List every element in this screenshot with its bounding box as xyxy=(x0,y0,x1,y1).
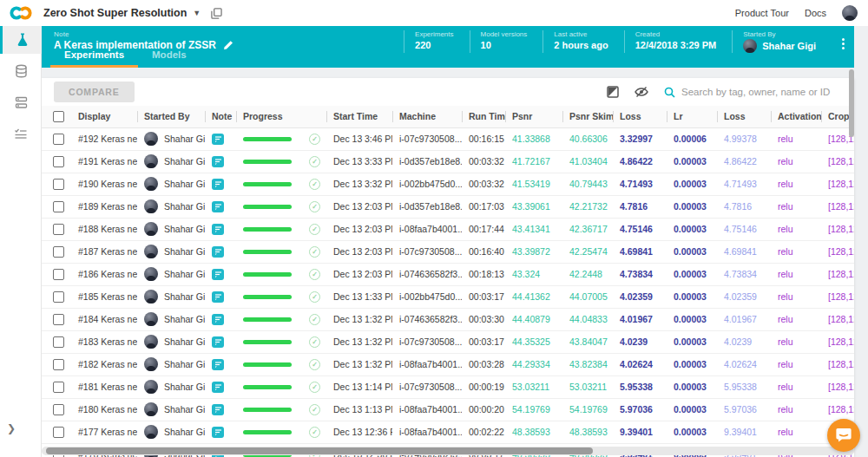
experiment-row[interactable]: #187 Keras ne... Shahar Gigi ✓ Dec 132:0… xyxy=(42,240,854,263)
experiment-display-name[interactable]: #188 Keras ne... xyxy=(71,218,137,240)
row-owner-avatar xyxy=(144,290,158,304)
param-lr: 0.00003 xyxy=(667,263,717,285)
sidebar-expand-chevron-icon[interactable]: ❯ xyxy=(7,422,16,434)
row-checkbox[interactable] xyxy=(42,195,71,218)
experiment-display-name[interactable]: #189 Keras ne... xyxy=(71,195,137,218)
row-checkbox[interactable] xyxy=(42,173,71,195)
note-icon[interactable] xyxy=(212,179,224,190)
row-checkbox[interactable] xyxy=(42,150,71,173)
experiment-row[interactable]: #188 Keras ne... Shahar Gigi ✓ Dec 132:0… xyxy=(42,218,854,240)
note-icon[interactable] xyxy=(212,224,224,235)
column-header-progress[interactable]: Progress xyxy=(236,106,326,127)
experiment-row[interactable]: #184 Keras ne... Shahar Gigi ✓ Dec 131:3… xyxy=(42,308,854,330)
row-checkbox[interactable] xyxy=(42,127,71,150)
row-checkbox[interactable] xyxy=(42,330,71,353)
metric-loss: 4.71493 xyxy=(613,173,667,195)
experiment-row[interactable]: #181 Keras ne... Shahar Gigi ✓ Dec 131:1… xyxy=(42,375,854,398)
note-icon[interactable] xyxy=(212,269,224,280)
row-checkbox[interactable] xyxy=(42,285,71,308)
row-checkbox[interactable] xyxy=(42,353,71,375)
experiment-display-name[interactable]: #187 Keras ne... xyxy=(71,240,137,263)
column-header-loss[interactable]: Loss xyxy=(613,106,667,127)
experiment-display-name[interactable]: #184 Keras ne... xyxy=(71,308,137,330)
param-crop: [128,128] xyxy=(821,195,854,218)
param-activation: relu xyxy=(771,308,821,330)
note-icon[interactable] xyxy=(212,201,224,212)
search-input[interactable] xyxy=(681,87,838,97)
column-header-loss-2[interactable]: Loss xyxy=(717,106,771,127)
row-checkbox[interactable] xyxy=(42,421,71,443)
experiment-row[interactable]: #191 Keras ne... Shahar Gigi ✓ Dec 133:3… xyxy=(42,150,854,173)
column-header-display[interactable]: Display xyxy=(71,106,137,127)
docs-link[interactable]: Docs xyxy=(805,8,826,18)
project-dropdown-caret-icon[interactable]: ▼ xyxy=(193,9,201,17)
row-checkbox[interactable] xyxy=(42,218,71,240)
column-header-psnr[interactable]: Psnr xyxy=(505,106,562,127)
column-header-start-time[interactable]: Start Time xyxy=(326,106,392,127)
sidebar-item-datasets[interactable] xyxy=(0,57,42,85)
experiment-row[interactable]: #189 Keras ne... Shahar Gigi ✓ Dec 132:0… xyxy=(42,195,854,218)
row-checkbox[interactable] xyxy=(42,375,71,398)
note-icon[interactable] xyxy=(212,156,224,167)
experiment-row[interactable]: #183 Keras ne... Shahar Gigi ✓ Dec 131:3… xyxy=(42,330,854,353)
tab-experiments[interactable]: Experiments xyxy=(50,49,138,68)
intercom-chat-button[interactable] xyxy=(827,419,860,452)
experiment-display-name[interactable]: #182 Keras ne... xyxy=(71,353,137,375)
compare-button[interactable]: COMPARE xyxy=(54,82,135,102)
project-menu-kebab-icon[interactable] xyxy=(837,38,849,49)
column-header-psnr-skim[interactable]: Psnr Skim... xyxy=(562,106,613,127)
note-icon[interactable] xyxy=(212,291,224,303)
horizontal-scrollbar[interactable] xyxy=(42,447,854,455)
experiment-display-name[interactable]: #183 Keras ne... xyxy=(71,330,137,353)
experiment-display-name[interactable]: #180 Keras ne... xyxy=(71,398,137,421)
experiment-row[interactable]: #185 Keras ne... Shahar Gigi ✓ Dec 131:3… xyxy=(42,285,854,308)
experiment-row[interactable]: #182 Keras ne... Shahar Gigi ✓ Dec 131:3… xyxy=(42,353,854,375)
experiment-display-name[interactable]: #191 Keras ne... xyxy=(71,150,137,173)
column-header-run-time[interactable]: Run Time xyxy=(462,106,505,127)
row-checkbox[interactable] xyxy=(42,263,71,285)
comet-logo[interactable] xyxy=(0,6,42,20)
row-checkbox[interactable] xyxy=(42,308,71,330)
experiment-row[interactable]: #192 Keras ne... Shahar Gigi ✓ Dec 133:4… xyxy=(42,127,854,150)
product-tour-link[interactable]: Product Tour xyxy=(735,8,789,18)
sidebar-item-reports[interactable] xyxy=(0,88,42,116)
row-checkbox[interactable] xyxy=(42,398,71,421)
note-icon[interactable] xyxy=(212,336,224,348)
column-header-machine[interactable]: Machine xyxy=(392,106,462,127)
vertical-scrollbar-thumb[interactable] xyxy=(849,69,854,137)
experiment-display-name[interactable]: #186 Keras ne... xyxy=(71,263,137,285)
note-icon[interactable] xyxy=(212,404,224,415)
select-all-checkbox[interactable] xyxy=(42,106,71,127)
experiment-display-name[interactable]: #181 Keras ne... xyxy=(71,375,137,398)
experiment-display-name[interactable]: #190 Keras ne... xyxy=(71,173,137,195)
column-header-started-by[interactable]: Started By xyxy=(137,106,205,127)
sidebar-item-experiments[interactable] xyxy=(0,26,42,54)
copy-project-icon[interactable] xyxy=(211,8,222,19)
experiment-row[interactable]: #177 Keras ne... Shahar Gigi ✓ Dec 1312:… xyxy=(42,421,854,443)
column-header-activation[interactable]: Activation xyxy=(771,106,821,127)
note-icon[interactable] xyxy=(212,427,224,438)
note-icon[interactable] xyxy=(212,359,224,370)
row-checkbox[interactable] xyxy=(42,240,71,263)
experiment-display-name[interactable]: #177 Keras ne... xyxy=(71,421,137,443)
stat-model-versions: Model versions 10 xyxy=(470,30,543,53)
archive-toggle-icon[interactable] xyxy=(607,86,619,98)
note-icon[interactable] xyxy=(212,382,224,393)
sidebar-item-tasks[interactable] xyxy=(0,120,42,147)
column-header-lr[interactable]: Lr xyxy=(667,106,717,127)
edit-note-pencil-icon[interactable] xyxy=(223,40,233,50)
horizontal-scrollbar-thumb[interactable] xyxy=(46,447,593,454)
row-owner-avatar xyxy=(144,357,158,371)
tab-models[interactable]: Models xyxy=(138,49,201,68)
experiment-display-name[interactable]: #185 Keras ne... xyxy=(71,285,137,308)
user-avatar[interactable] xyxy=(842,5,858,21)
experiment-row[interactable]: #186 Keras ne... Shahar Gigi ✓ Dec 132:0… xyxy=(42,263,854,285)
note-icon[interactable] xyxy=(212,134,224,145)
hide-columns-eye-off-icon[interactable] xyxy=(635,86,648,98)
experiment-row[interactable]: #190 Keras ne... Shahar Gigi ✓ Dec 133:3… xyxy=(42,173,854,195)
experiment-display-name[interactable]: #192 Keras ne... xyxy=(71,127,137,150)
note-icon[interactable] xyxy=(212,246,224,258)
note-icon[interactable] xyxy=(212,314,224,325)
experiment-row[interactable]: #180 Keras ne... Shahar Gigi ✓ Dec 131:1… xyxy=(42,398,854,421)
column-header-note[interactable]: Note xyxy=(205,106,236,127)
